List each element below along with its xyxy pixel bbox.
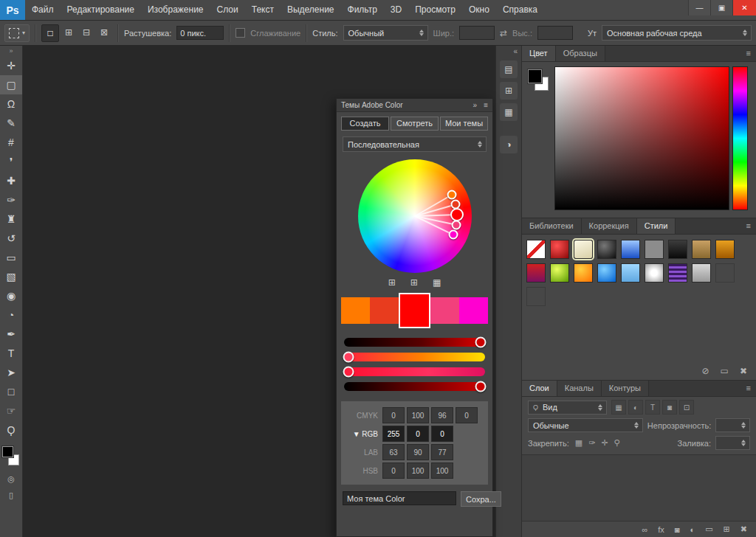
styles-panel-menu-icon[interactable]: ≡ (741, 218, 756, 234)
blur-tool[interactable]: ◉ (0, 286, 22, 305)
canvas-area[interactable]: Темы Adobe Color » ≡ СоздатьСмотретьМои … (23, 46, 495, 537)
theme-swatch-3[interactable] (399, 293, 430, 328)
style-gray[interactable] (645, 240, 664, 259)
style-light-gray[interactable] (692, 263, 711, 283)
width-input[interactable] (459, 26, 495, 40)
value-cell[interactable]: 100 (407, 462, 429, 479)
minimize-button[interactable]: — (688, 0, 710, 15)
value-cell[interactable]: 0 (407, 426, 429, 442)
eraser-tool[interactable]: ▭ (0, 248, 22, 267)
fill-dropdown[interactable] (715, 436, 750, 450)
style-tan[interactable] (692, 240, 711, 259)
gradient-tool[interactable]: ▧ (0, 267, 22, 286)
filter-smart-objects-icon[interactable]: ⊡ (679, 400, 694, 415)
saturation-box[interactable] (554, 66, 729, 210)
eyedropper-tool[interactable]: ❜ (0, 152, 22, 171)
save-theme-button[interactable]: Сохра... (461, 491, 501, 507)
wheel-marker[interactable] (447, 190, 456, 200)
slider-handle[interactable] (343, 367, 354, 378)
value-cell[interactable]: 96 (431, 407, 453, 423)
refine-edge-button[interactable]: Ут (588, 29, 597, 38)
adjustment-layer-icon[interactable]: ◐ (690, 525, 695, 534)
menu-image[interactable]: Изображение (141, 0, 210, 20)
wheel-marker[interactable] (450, 208, 464, 221)
value-cell[interactable]: 90 (407, 444, 429, 460)
aco-title-bar[interactable]: Темы Adobe Color » ≡ (337, 99, 492, 112)
wheel-marker[interactable] (448, 230, 458, 240)
slider-track[interactable] (344, 382, 485, 391)
hand-tool[interactable]: ☞ (0, 401, 22, 420)
slider-handle[interactable] (475, 337, 487, 348)
blend-mode-dropdown[interactable]: Обычные (528, 418, 643, 432)
zoom-tool[interactable]: Ϙ (0, 420, 22, 440)
tab-swatches[interactable]: Образцы (556, 46, 605, 61)
menu-layers[interactable]: Слои (210, 0, 245, 20)
brush-tool[interactable]: ✑ (0, 190, 22, 209)
menu-filter[interactable]: Фильтр (341, 0, 384, 20)
new-style-icon[interactable]: ▭ (721, 366, 729, 376)
filter-pixel-layers-icon[interactable]: ▦ (611, 400, 626, 415)
menu-3d[interactable]: 3D (384, 0, 408, 20)
delete-layer-icon[interactable]: ✖ (740, 524, 747, 534)
value-cell[interactable]: 0 (382, 407, 405, 423)
add-to-selection-button[interactable]: ⊞ (61, 24, 77, 41)
delete-style-icon[interactable]: ✖ (740, 366, 747, 376)
theme-name-input[interactable] (343, 491, 456, 505)
crop-tool[interactable]: # (0, 133, 22, 152)
menu-view[interactable]: Просмотр (408, 0, 462, 20)
info-icon[interactable]: ▦ (500, 103, 518, 121)
new-layer-icon[interactable]: ⊞ (724, 524, 730, 534)
style-none[interactable] (526, 240, 546, 259)
style-red-purple[interactable] (526, 263, 546, 283)
style-slot-empty[interactable] (526, 287, 546, 306)
theme-swatch-2[interactable] (370, 297, 399, 324)
style-starburst[interactable] (645, 263, 664, 283)
aco-tab-explore[interactable]: Смотреть (391, 117, 439, 131)
restore-button[interactable]: ▣ (710, 0, 732, 15)
tab-layers[interactable]: Слои (522, 381, 557, 396)
style-amber[interactable] (715, 240, 735, 259)
pen-tool[interactable]: ✒ (0, 325, 22, 344)
value-cell[interactable]: 100 (431, 462, 453, 479)
lock-pixels-icon[interactable]: ✑ (587, 438, 597, 448)
swap-dimensions-icon[interactable]: ⇄ (500, 28, 507, 38)
style-red-orb[interactable] (550, 240, 569, 259)
move-tool[interactable]: ✛ (0, 56, 22, 75)
value-cell[interactable]: 0 (382, 462, 405, 479)
layer-group-icon[interactable]: ▭ (705, 524, 712, 534)
slider-handle[interactable] (343, 352, 354, 363)
foreground-color-chip[interactable] (2, 446, 13, 457)
adjustments-icon[interactable]: ◑ (500, 136, 518, 153)
tab-libraries[interactable]: Библиотеки (522, 218, 582, 234)
history-brush-tool[interactable]: ↺ (0, 229, 22, 248)
path-selection-tool[interactable]: ➤ (0, 363, 22, 382)
feather-input[interactable] (176, 26, 224, 40)
lock-transparency-icon[interactable]: ▦ (574, 438, 584, 448)
quick-selection-tool[interactable]: ✎ (0, 114, 22, 133)
tool-preset-picker[interactable]: ▾ (4, 24, 30, 42)
menu-type[interactable]: Текст (245, 0, 281, 20)
type-tool[interactable]: T (0, 344, 22, 363)
hue-strip[interactable] (732, 66, 748, 210)
add-theme-icon[interactable]: ⊞ (388, 277, 396, 288)
tab-channels[interactable]: Каналы (557, 381, 602, 396)
new-selection-button[interactable]: □ (41, 24, 59, 42)
close-button[interactable]: ✕ (732, 0, 756, 15)
tab-paths[interactable]: Контуры (602, 381, 649, 396)
screen-mode-button[interactable]: ▯ (0, 487, 22, 503)
style-dark-gradient[interactable] (668, 240, 687, 259)
antialias-checkbox[interactable] (236, 28, 245, 38)
lasso-tool[interactable]: Ω (0, 94, 22, 114)
dodge-tool[interactable]: ◔ (0, 305, 22, 325)
color-rule-dropdown[interactable]: Последовательная (343, 136, 487, 152)
aco-menu-icon[interactable]: ≡ (484, 101, 488, 109)
menu-window[interactable]: Окно (462, 0, 496, 20)
workspace-dropdown[interactable]: Основная рабочая среда (602, 25, 752, 41)
layer-filter-dropdown[interactable]: Ϙ Вид (528, 401, 607, 415)
clone-stamp-tool[interactable]: ♜ (0, 209, 22, 229)
tab-adjustments[interactable]: Коррекция (582, 218, 637, 234)
style-orange-glossy[interactable] (574, 263, 593, 283)
link-layers-icon[interactable]: ∞ (642, 525, 647, 534)
slider-handle[interactable] (475, 381, 487, 392)
lock-position-icon[interactable]: ✛ (599, 438, 609, 448)
